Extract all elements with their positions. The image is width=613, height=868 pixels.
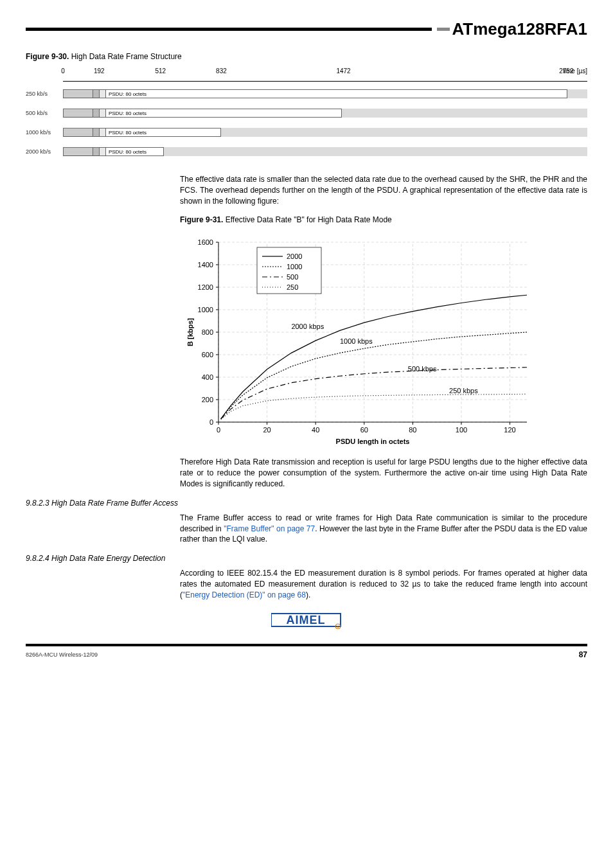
svg-text:0: 0 bbox=[209, 418, 213, 426]
section-9-8-2-3-heading: 9.8.2.3 High Data Rate Frame Buffer Acce… bbox=[26, 499, 587, 508]
svg-text:100: 100 bbox=[456, 426, 467, 434]
page-number: 87 bbox=[579, 650, 587, 659]
svg-text:1200: 1200 bbox=[198, 283, 213, 291]
footer-doc-id: 8266A-MCU Wireless-12/09 bbox=[26, 651, 98, 658]
frame-row-500: 500 kb/s PSDU: 80 octets bbox=[26, 103, 587, 123]
text-span: ). bbox=[306, 590, 310, 599]
svg-text:AIMEL: AIMEL bbox=[287, 614, 326, 626]
page-footer: 8266A-MCU Wireless-12/09 87 bbox=[26, 644, 587, 659]
svg-text:2000: 2000 bbox=[287, 252, 302, 260]
atmel-logo: AIMEL R bbox=[26, 611, 587, 631]
frame-structure-chart: 0 192 512 832 1472 2752 time [µs] 250 kb… bbox=[26, 67, 587, 161]
svg-text:40: 40 bbox=[312, 426, 319, 434]
svg-text:1400: 1400 bbox=[198, 261, 213, 269]
page-header: ATmega128RFA1 bbox=[26, 19, 587, 39]
effective-rate-chart: 0200400600800100012001400160002040608010… bbox=[180, 229, 587, 448]
frame-buffer-link[interactable]: "Frame Buffer" on page 77 bbox=[224, 524, 315, 533]
svg-text:800: 800 bbox=[202, 328, 213, 336]
rate-label: 1000 kb/s bbox=[26, 129, 63, 136]
frame-axis: 0 192 512 832 1472 2752 time [µs] bbox=[63, 67, 587, 82]
svg-text:600: 600 bbox=[202, 351, 213, 359]
svg-text:250: 250 bbox=[287, 283, 298, 291]
rate-label: 2000 kb/s bbox=[26, 148, 63, 155]
product-title: ATmega128RFA1 bbox=[452, 19, 588, 39]
svg-text:80: 80 bbox=[409, 426, 416, 434]
svg-text:120: 120 bbox=[504, 426, 515, 434]
frame-row-250: 250 kb/s PSDU: 80 octets bbox=[26, 84, 587, 103]
figure-31-caption: Figure 9-31. Effective Data Rate "B" for… bbox=[180, 215, 587, 224]
svg-text:200: 200 bbox=[202, 396, 213, 403]
axis-tick: 192 bbox=[94, 67, 105, 75]
svg-text:1000: 1000 bbox=[287, 263, 302, 270]
rate-label: 250 kb/s bbox=[26, 91, 63, 97]
figure-30-number: Figure 9-30. bbox=[26, 52, 69, 61]
svg-text:500 kbps: 500 kbps bbox=[408, 366, 437, 373]
svg-text:500: 500 bbox=[287, 273, 298, 281]
psdu-label: PSDU: 80 octets bbox=[106, 147, 164, 156]
svg-text:1600: 1600 bbox=[198, 238, 213, 246]
energy-detection-link[interactable]: "Energy Detection (ED)" on page 68 bbox=[182, 590, 306, 599]
axis-tick: 1472 bbox=[336, 67, 350, 75]
header-dash bbox=[437, 28, 450, 31]
paragraph-2: Therefore High Data Rate transmission an… bbox=[180, 457, 587, 489]
svg-text:1000: 1000 bbox=[198, 306, 213, 314]
rate-label: 500 kb/s bbox=[26, 110, 63, 116]
section-9-8-2-3-text: The Frame Buffer access to read or write… bbox=[180, 513, 587, 545]
axis-unit-label: time [µs] bbox=[563, 67, 587, 75]
frame-row-1000: 1000 kb/s PSDU: 80 octets bbox=[26, 123, 587, 142]
psdu-label: PSDU: 80 octets bbox=[106, 89, 567, 98]
axis-tick: 0 bbox=[61, 67, 65, 75]
axis-tick: 832 bbox=[216, 67, 227, 75]
figure-30-title: High Data Rate Frame Structure bbox=[69, 52, 181, 61]
psdu-label: PSDU: 80 octets bbox=[106, 128, 222, 137]
figure-31-title: Effective Data Rate "B" for High Data Ra… bbox=[223, 215, 391, 224]
svg-text:400: 400 bbox=[202, 373, 213, 381]
figure-31-number: Figure 9-31. bbox=[180, 215, 223, 224]
paragraph-1: The effective data rate is smaller than … bbox=[180, 174, 587, 206]
section-9-8-2-4-heading: 9.8.2.4 High Data Rate Energy Detection bbox=[26, 554, 587, 563]
svg-text:R: R bbox=[337, 625, 339, 629]
svg-text:20: 20 bbox=[263, 426, 271, 434]
svg-text:0: 0 bbox=[217, 426, 220, 434]
axis-tick: 512 bbox=[155, 67, 166, 75]
section-9-8-2-4-text: According to IEEE 802.15.4 the ED measur… bbox=[180, 568, 587, 600]
header-rule bbox=[26, 28, 432, 31]
svg-text:2000 kbps: 2000 kbps bbox=[291, 323, 324, 330]
psdu-label: PSDU: 80 octets bbox=[106, 109, 342, 118]
svg-text:B [kbps]: B [kbps] bbox=[186, 318, 194, 346]
svg-text:1000 kbps: 1000 kbps bbox=[340, 337, 373, 345]
svg-text:60: 60 bbox=[360, 426, 368, 434]
figure-30-caption: Figure 9-30. High Data Rate Frame Struct… bbox=[26, 52, 587, 61]
svg-text:250 kbps: 250 kbps bbox=[449, 387, 478, 394]
frame-row-2000: 2000 kb/s PSDU: 80 octets bbox=[26, 142, 587, 161]
svg-text:PSDU length in octets: PSDU length in octets bbox=[336, 438, 410, 445]
